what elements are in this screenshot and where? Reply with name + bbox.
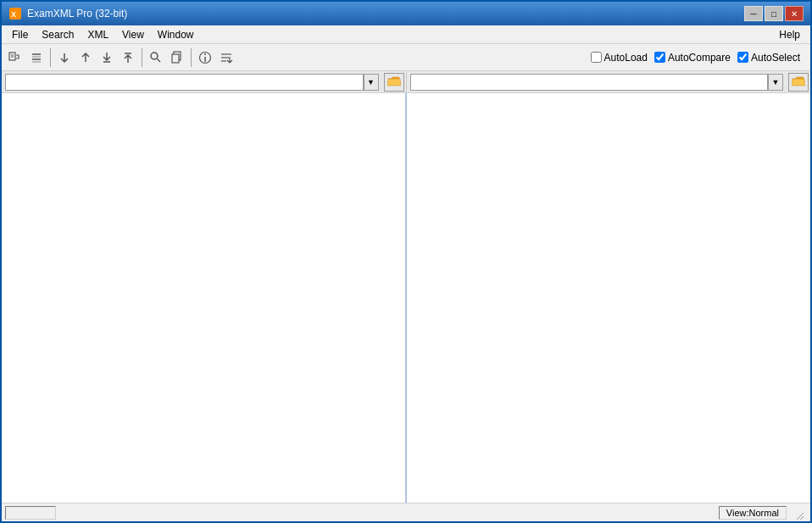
svg-line-12 (158, 58, 161, 62)
info-icon (198, 51, 212, 64)
status-right: View: Normal (719, 506, 807, 520)
window-title: ExamXML Pro (32-bit) (27, 8, 744, 19)
svg-line-21 (797, 513, 804, 520)
autoload-label: AutoLoad (604, 52, 648, 64)
main-content (2, 93, 810, 503)
autoselect-checkbox-label[interactable]: AutoSelect (737, 52, 800, 64)
arrow-down-icon (58, 51, 71, 64)
find-icon (149, 51, 163, 64)
menu-xml[interactable]: XML (81, 27, 115, 42)
copy-icon (170, 51, 184, 64)
sort-icon (220, 51, 233, 64)
toolbar: AutoLoad AutoCompare AutoSelect (2, 44, 810, 71)
autocompare-checkbox-label[interactable]: AutoCompare (654, 52, 731, 64)
menu-help[interactable]: Help (772, 27, 807, 42)
compare-icon (30, 51, 43, 64)
panels-header: ▼ ▼ (2, 71, 810, 93)
main-window: X ExamXML Pro (32-bit) ─ □ ✕ File Search… (0, 0, 812, 523)
menu-window[interactable]: Window (151, 27, 201, 42)
svg-rect-14 (172, 54, 179, 63)
window-controls: ─ □ ✕ (744, 6, 804, 21)
toolbar-sep-1 (50, 48, 51, 67)
menu-file[interactable]: File (5, 27, 35, 42)
autocompare-checkbox[interactable] (654, 52, 665, 63)
menu-bar: File Search XML View Window Help (2, 25, 810, 44)
left-panel[interactable] (2, 93, 407, 503)
right-path-area: ▼ (407, 71, 789, 92)
toolbar-right: AutoLoad AutoCompare AutoSelect (591, 52, 807, 64)
maximize-button[interactable]: □ (765, 6, 783, 21)
close-button[interactable]: ✕ (785, 6, 804, 21)
toolbar-btn-down[interactable] (54, 47, 75, 68)
autocompare-label: AutoCompare (668, 52, 731, 64)
toolbar-btn-down-last[interactable] (97, 47, 117, 68)
reload-icon (8, 51, 22, 64)
right-panel-header: ▼ (407, 71, 811, 92)
toolbar-group-3 (146, 47, 187, 68)
left-path-box (5, 74, 364, 91)
toolbar-btn-info[interactable] (195, 47, 215, 68)
status-segment-left (5, 506, 56, 520)
view-value: Normal (749, 508, 779, 518)
svg-text:X: X (11, 10, 16, 19)
menu-view[interactable]: View (115, 27, 151, 42)
toolbar-btn-sort[interactable] (216, 47, 236, 68)
resize-icon (793, 509, 804, 520)
right-path-box (410, 74, 769, 91)
toolbar-sep-2 (142, 48, 142, 67)
toolbar-btn-up[interactable] (75, 47, 96, 68)
folder-open-right-icon (792, 76, 805, 88)
arrow-up-icon (79, 51, 92, 64)
svg-line-22 (800, 516, 804, 520)
left-open-folder-button[interactable] (384, 73, 404, 92)
right-open-folder-button[interactable] (788, 73, 809, 92)
left-dropdown-arrow[interactable]: ▼ (364, 74, 379, 91)
svg-point-11 (151, 53, 158, 59)
folder-open-icon (387, 76, 401, 88)
arrow-up-first-icon (121, 51, 135, 64)
right-dropdown-arrow[interactable]: ▼ (768, 74, 783, 91)
toolbar-btn-compare[interactable] (26, 47, 47, 68)
status-bar: View: Normal (2, 503, 810, 521)
toolbar-btn-find[interactable] (146, 47, 166, 68)
minimize-button[interactable]: ─ (744, 6, 763, 21)
title-bar: X ExamXML Pro (32-bit) ─ □ ✕ (2, 2, 810, 25)
left-panel-header: ▼ (2, 71, 407, 92)
toolbar-btn-copy[interactable] (167, 47, 187, 68)
toolbar-sep-3 (191, 48, 192, 67)
resize-handle[interactable] (790, 506, 804, 520)
arrow-down-last-icon (100, 51, 114, 64)
toolbar-group-4 (195, 47, 236, 68)
view-label: View: (726, 508, 749, 518)
menu-search[interactable]: Search (35, 27, 81, 42)
autoselect-checkbox[interactable] (737, 52, 748, 63)
app-icon: X (8, 7, 22, 20)
toolbar-btn-reload[interactable] (5, 47, 25, 68)
right-panel[interactable] (407, 93, 810, 503)
status-left (5, 506, 719, 520)
autoselect-label: AutoSelect (751, 52, 800, 64)
toolbar-group-1 (5, 47, 47, 68)
status-view: View: Normal (719, 506, 787, 520)
toolbar-btn-up-first[interactable] (118, 47, 138, 68)
autoload-checkbox[interactable] (591, 52, 602, 63)
autoload-checkbox-label[interactable]: AutoLoad (591, 52, 648, 64)
toolbar-group-2 (54, 47, 138, 68)
left-path-area: ▼ (2, 71, 384, 92)
